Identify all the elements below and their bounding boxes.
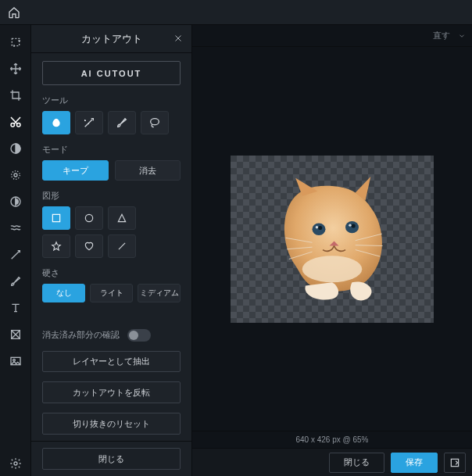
svg-point-11 — [151, 119, 159, 125]
shape-circle-button[interactable] — [75, 206, 103, 230]
svg-point-13 — [85, 215, 92, 222]
ai-cutout-button[interactable]: AI CUTOUT — [42, 61, 181, 85]
canvas-area: 直す — [192, 25, 472, 476]
panel-title: カットアウト — [81, 32, 142, 46]
svg-point-17 — [352, 224, 356, 227]
cutout-panel: カットアウト AI CUTOUT ツール モード — [31, 25, 192, 476]
cutout-tool-icon[interactable] — [3, 109, 28, 134]
close-icon[interactable] — [171, 31, 185, 45]
erased-preview-label: 消去済み部分の確認 — [42, 329, 120, 341]
hardness-none-button[interactable]: なし — [42, 284, 85, 302]
erased-preview-toggle[interactable] — [127, 329, 151, 342]
svg-point-5 — [11, 171, 20, 180]
shape-star-button[interactable] — [42, 234, 70, 258]
status-bar: 640 x 426 px @ 65% — [192, 431, 472, 448]
adjust-tool-icon[interactable] — [3, 136, 28, 161]
hardness-light-button[interactable]: ライト — [90, 284, 133, 302]
svg-point-1 — [11, 123, 15, 127]
image-tool-icon[interactable] — [3, 349, 28, 374]
expand-icon[interactable] — [444, 453, 466, 473]
shape-section-label: 図形 — [42, 190, 181, 202]
hardness-section-label: 硬さ — [42, 267, 181, 279]
panel-close-button[interactable]: 閉じる — [42, 448, 181, 470]
mode-keep-button[interactable]: キープ — [42, 160, 109, 181]
effect-tool-icon[interactable] — [3, 163, 28, 188]
svg-point-9 — [13, 359, 15, 361]
tool-bucket-button[interactable] — [42, 111, 70, 134]
tool-lasso-button[interactable] — [141, 111, 169, 134]
svg-point-16 — [318, 226, 322, 230]
redo-label[interactable]: 直す — [433, 30, 450, 41]
invert-cutout-button[interactable]: カットアウトを反転 — [42, 381, 181, 403]
heal-tool-icon[interactable] — [3, 242, 28, 267]
svg-point-2 — [16, 123, 20, 127]
shape-square-button[interactable] — [42, 206, 70, 230]
canvas-stage[interactable] — [192, 47, 472, 431]
extract-as-layer-button[interactable]: レイヤーとして抽出 — [42, 351, 181, 373]
contrast-tool-icon[interactable] — [3, 189, 28, 214]
select-tool-icon[interactable] — [3, 30, 28, 55]
bottom-close-button[interactable]: 閉じる — [329, 453, 384, 473]
cutout-preview-image — [266, 173, 399, 306]
settings-icon[interactable] — [3, 451, 28, 476]
bottom-bar: 閉じる 保存 — [192, 448, 472, 476]
tool-brush-button[interactable] — [108, 111, 136, 134]
mode-section-label: モード — [42, 144, 181, 156]
tool-section-label: ツール — [42, 95, 181, 106]
left-tool-column — [0, 25, 31, 476]
top-bar — [0, 0, 472, 25]
crop-tool-icon[interactable] — [3, 83, 28, 108]
svg-rect-0 — [12, 38, 19, 45]
tool-wand-button[interactable] — [75, 111, 103, 134]
shape-heart-button[interactable] — [75, 234, 103, 258]
mode-remove-button[interactable]: 消去 — [115, 160, 181, 181]
hardness-medium-button[interactable]: ミディアム — [138, 284, 181, 302]
shape-line-button[interactable] — [108, 234, 136, 258]
chevron-down-icon[interactable] — [458, 32, 466, 40]
brush-tool-icon[interactable] — [3, 269, 28, 294]
svg-point-20 — [302, 256, 363, 282]
svg-point-18 — [316, 226, 318, 228]
pattern-tool-icon[interactable] — [3, 322, 28, 347]
svg-point-19 — [349, 224, 351, 226]
svg-point-4 — [14, 174, 17, 177]
home-icon[interactable] — [5, 3, 23, 22]
liquify-tool-icon[interactable] — [3, 216, 28, 241]
svg-rect-12 — [52, 215, 59, 222]
svg-point-10 — [14, 462, 17, 465]
transparency-checker — [231, 156, 434, 323]
text-tool-icon[interactable] — [3, 295, 28, 320]
reset-crop-button[interactable]: 切り抜きのリセット — [42, 413, 181, 435]
bottom-save-button[interactable]: 保存 — [391, 453, 438, 473]
move-tool-icon[interactable] — [3, 56, 28, 81]
shape-triangle-button[interactable] — [108, 206, 136, 230]
